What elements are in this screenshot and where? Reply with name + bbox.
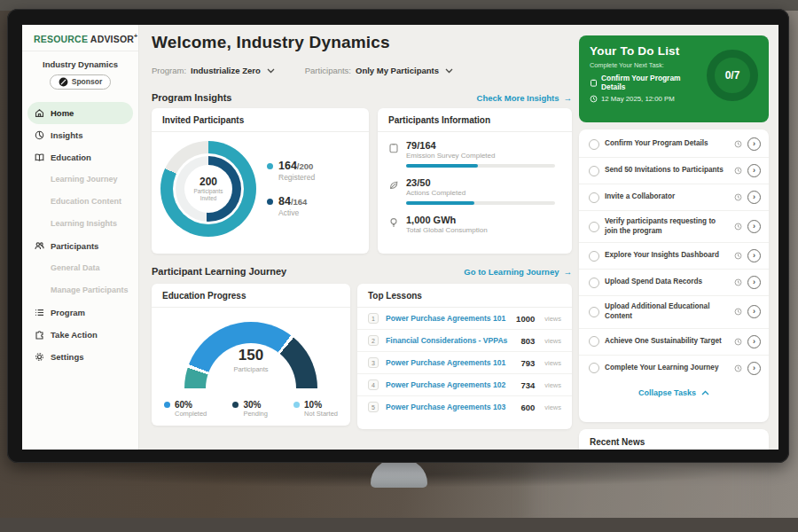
task-checkbox[interactable] (589, 363, 599, 373)
clock-icon (734, 308, 742, 316)
task-go-button[interactable]: › (747, 164, 761, 177)
emission-survey-label: Emission Survey Completed (406, 152, 555, 160)
sidebar-item-education-content[interactable]: Education Content (22, 191, 138, 213)
task-go-button[interactable]: › (747, 137, 761, 151)
leaf-icon (388, 177, 399, 205)
recent-news-title: Recent News (579, 429, 769, 450)
task-checkbox[interactable] (589, 251, 599, 262)
program-filter[interactable]: Program: Industrialize Zero (152, 66, 275, 75)
task-label: Achieve One Sustainability Target (605, 337, 729, 347)
sidebar-item-general-data[interactable]: General Data (22, 257, 138, 279)
brand-secondary: ADVISOR (90, 34, 134, 44)
task-checkbox[interactable] (589, 336, 599, 347)
legend-registered: 164/200 Registered (267, 160, 315, 182)
sidebar-item-label: General Data (51, 263, 100, 272)
task-checkbox[interactable] (589, 139, 599, 150)
lesson-views: 803 (520, 336, 535, 346)
lesson-link[interactable]: Power Purchase Agreements 101 (386, 314, 509, 323)
completed-label: Completed (175, 410, 207, 418)
clock-icon (734, 338, 742, 346)
invited-legend: 164/200 Registered 84/164 Active (267, 160, 315, 217)
participants-filter-label: Participants: (305, 66, 351, 75)
task-label: Invite a Collaborator (605, 192, 729, 202)
task-go-button[interactable]: › (747, 305, 761, 318)
sidebar-item-label: Take Action (51, 330, 98, 340)
clock-icon (590, 95, 598, 103)
task-label: Verify participants requesting to join t… (605, 217, 729, 236)
lesson-link[interactable]: Power Purchase Agreements 103 (386, 403, 513, 411)
legend-not-started: 10% Not Started (293, 400, 338, 418)
task-row-complete-learning-journey[interactable]: Complete Your Learning Journey › (579, 356, 769, 381)
task-checkbox[interactable] (589, 278, 599, 288)
sidebar-item-learning-insights[interactable]: Learning Insights (22, 213, 138, 235)
task-row-verify-participants[interactable]: Verify participants requesting to join t… (579, 211, 769, 243)
sidebar-item-settings[interactable]: Settings (22, 346, 138, 368)
active-value: 84 (278, 195, 291, 207)
task-label: Upload Spend Data Records (605, 278, 729, 287)
clipboard-icon (388, 140, 399, 168)
task-label: Upload Additional Educational Content (605, 302, 729, 321)
task-go-button[interactable]: › (747, 220, 761, 233)
sidebar-item-label: Settings (51, 352, 83, 362)
todo-progress-ring: 0/7 (707, 50, 758, 101)
task-go-button[interactable]: › (747, 191, 761, 204)
todo-column: Your To Do List Complete Your Next Task:… (579, 25, 769, 450)
top-lessons-title: Top Lessons (357, 284, 572, 308)
lesson-link[interactable]: Power Purchase Agreements 102 (386, 380, 513, 389)
lesson-link[interactable]: Power Purchase Agreements 101 (386, 358, 513, 367)
dashboard-screen: RESOURCE ADVISOR+ Industry Dynamics Spon… (22, 25, 778, 450)
task-checkbox[interactable] (589, 222, 599, 232)
task-checkbox[interactable] (589, 307, 599, 317)
task-row-upload-educational-content[interactable]: Upload Additional Educational Content › (579, 296, 769, 328)
sidebar-item-label: Insights (51, 130, 82, 140)
learning-journey-header: Participant Learning Journey Go to Learn… (152, 266, 572, 277)
program-insights-header: Program Insights Check More Insights → (152, 92, 572, 103)
lesson-rank: 2 (368, 335, 379, 346)
participants-filter-value: Only My Participants (356, 66, 439, 75)
task-row-invite-collaborator[interactable]: Invite a Collaborator › (579, 184, 769, 211)
sidebar-item-participants[interactable]: Participants (22, 235, 138, 257)
lesson-link[interactable]: Financial Considerations - VPPAs (386, 336, 513, 345)
page-title: Welcome, Industry Dynamics (152, 33, 390, 52)
sidebar-item-take-action[interactable]: Take Action (22, 324, 138, 346)
participants-icon (35, 241, 44, 251)
clock-icon (734, 193, 742, 201)
sponsor-badge[interactable]: Sponsor (50, 74, 111, 90)
collapse-tasks-link[interactable]: Collapse Tasks (579, 381, 769, 403)
actions-completed-progressbar (406, 201, 555, 205)
task-go-button[interactable]: › (747, 249, 761, 262)
sidebar-item-education[interactable]: Education (22, 146, 138, 168)
actions-completed-label: Actions Completed (406, 189, 555, 197)
task-row-achieve-target[interactable]: Achieve One Sustainability Target › (579, 329, 769, 356)
sidebar-item-insights[interactable]: Insights (22, 124, 138, 146)
sidebar-item-program[interactable]: Program (22, 301, 138, 324)
task-row-explore-insights[interactable]: Explore Your Insights Dashboard › (579, 243, 769, 270)
todo-due-date: 12 May 2025, 12:00 PM (601, 95, 675, 103)
task-row-send-invitations[interactable]: Send 50 Invitations to Participants › (579, 158, 769, 184)
lesson-row: 4 Power Purchase Agreements 102 734 view… (357, 374, 572, 396)
task-go-button[interactable]: › (747, 362, 761, 375)
pending-value: 30% (243, 400, 268, 410)
sidebar-item-manage-participants[interactable]: Manage Participants (22, 279, 138, 301)
learning-journey-title: Participant Learning Journey (152, 266, 286, 277)
insights-icon (35, 130, 44, 140)
lesson-views-suffix: views (544, 337, 561, 345)
task-row-upload-spend-data[interactable]: Upload Spend Data Records › (579, 270, 769, 296)
go-to-learning-journey-link[interactable]: Go to Learning Journey → (464, 267, 572, 277)
legend-active: 84/164 Active (267, 196, 315, 217)
education-progress-title: Education Progress (152, 284, 350, 308)
task-row-confirm-program[interactable]: Confirm Your Program Details › (579, 131, 769, 158)
task-go-button[interactable]: › (747, 335, 761, 348)
completed-dot-icon (164, 402, 170, 408)
sidebar-item-learning-journey[interactable]: Learning Journey (22, 168, 138, 191)
task-checkbox[interactable] (589, 192, 599, 203)
check-more-insights-label: Check More Insights (477, 93, 559, 103)
donut-center-label: ParticipantsInvited (194, 188, 223, 202)
task-go-button[interactable]: › (747, 276, 761, 289)
participants-filter[interactable]: Participants: Only My Participants (305, 66, 453, 75)
active-label: Active (278, 208, 307, 217)
completed-value: 60% (175, 400, 207, 410)
sidebar-item-home[interactable]: Home (27, 102, 133, 124)
task-checkbox[interactable] (589, 166, 599, 176)
check-more-insights-link[interactable]: Check More Insights → (477, 93, 572, 103)
